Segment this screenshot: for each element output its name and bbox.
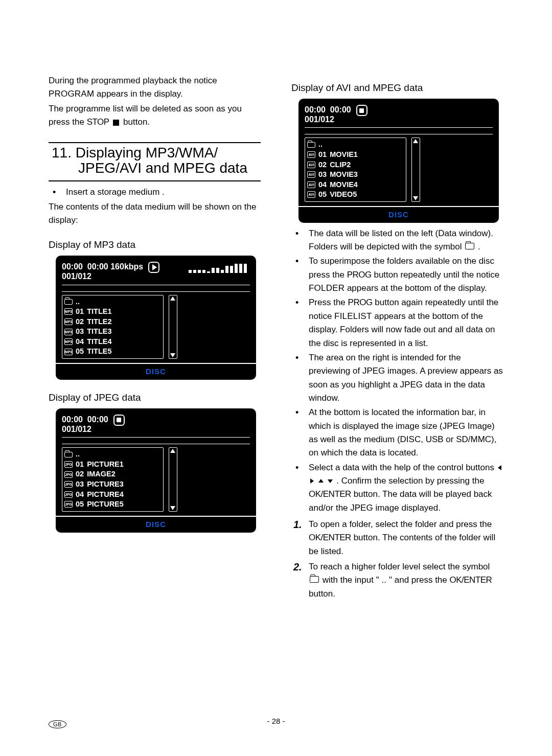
section-11-heading: 11. Displaying MP3/WMA/ JPEG/AVI and MPE… <box>49 142 261 181</box>
play-icon <box>148 262 159 273</box>
bullet-superimpose: To superimpose the folders available on … <box>291 255 503 295</box>
bullet-filelist: Press the PROG button again repeatedly u… <box>291 296 503 350</box>
file-index: 01 <box>76 460 84 470</box>
scroll-down-icon <box>413 196 418 200</box>
filetype-icon: JPG <box>64 461 73 468</box>
file-row: MP304TITLE4 <box>64 337 161 347</box>
file-row: MP302TITLE2 <box>64 317 161 327</box>
text: During the programmed playback the notic… <box>49 76 217 85</box>
filetype-icon: MP3 <box>64 329 73 335</box>
file-row: JPG01PICTURE1 <box>64 460 161 470</box>
bullet-select-data: Select a data with the help of the contr… <box>291 461 503 515</box>
bullet-data-listed: The data will be listed on the left (Dat… <box>291 227 503 254</box>
label-program: PROGRAM <box>49 89 94 99</box>
step-number: 2. <box>293 559 302 575</box>
folder-icon <box>310 576 319 583</box>
file-name: PICTURE5 <box>87 499 124 510</box>
file-list: ..MP301TITLE1MP302TITLE2MP303TITLE3MP304… <box>62 295 164 359</box>
filetype-icon: MP3 <box>64 308 73 315</box>
text: button repeatedly until the notice <box>374 270 499 280</box>
file-row: MP305TITLE5 <box>64 347 161 357</box>
contents-shown: The contents of the data medium will be … <box>49 200 261 227</box>
parent-folder-row: .. <box>64 297 161 307</box>
scroll-down-icon <box>170 506 175 510</box>
file-index: 03 <box>76 327 84 337</box>
osd-divider <box>62 437 250 444</box>
bullet-insert-medium: Insert a storage medium . <box>49 186 261 199</box>
osd-header-text: 00:00 00:00 001/012 <box>305 105 351 124</box>
text: Press the <box>309 297 348 307</box>
preview-area <box>182 295 250 359</box>
scroll-up-icon <box>413 139 418 143</box>
step-open-folder: 1. To open a folder, select the folder a… <box>291 518 503 558</box>
preview-area <box>425 138 493 201</box>
file-index: 02 <box>76 317 84 327</box>
text: To reach a higher folder level select th… <box>309 562 490 571</box>
file-name: IMAGE2 <box>87 469 116 479</box>
text: To open a folder, select the folder and … <box>309 519 492 529</box>
text: . <box>478 242 480 251</box>
file-name: VIDEO5 <box>330 190 357 200</box>
filetype-icon: AVI <box>307 171 315 178</box>
filetype-icon: MP3 <box>64 318 73 325</box>
preview-area <box>182 447 250 511</box>
intro-delete: The programme list will be deleted as so… <box>49 102 261 129</box>
filetype-icon: JPG <box>64 481 73 488</box>
file-row: AVI01MOVIE1 <box>307 150 404 160</box>
section-line-2: JPEG/AVI and MPEG data <box>49 161 261 175</box>
parent-label: .. <box>76 297 80 307</box>
file-row: AVI04MOVIE4 <box>307 180 404 190</box>
text: Select a data with the help of the contr… <box>309 463 497 472</box>
svg-marker-1 <box>310 478 314 484</box>
parent-folder-row: .. <box>307 140 404 150</box>
file-name: TITLE5 <box>87 347 111 357</box>
text: " and press the <box>389 575 450 585</box>
text: appears in the display. <box>97 89 183 99</box>
bullet-preview-area: The area on the right is intended for th… <box>291 351 503 405</box>
osd-footer: DISC <box>56 363 256 380</box>
section-number: 11. <box>52 145 72 161</box>
filetype-icon: JPG <box>64 501 73 508</box>
osd-header-text: 00:00 00:00 001/012 <box>62 415 108 434</box>
right-column: Display of AVI and MPEG data 00:00 00:00… <box>291 74 503 603</box>
filetype-icon: AVI <box>307 191 315 198</box>
file-index: 05 <box>318 190 327 200</box>
button-label-prog: PROG <box>347 270 372 280</box>
file-index: 04 <box>318 180 327 190</box>
scroll-up-icon <box>170 449 175 453</box>
text: button. <box>309 589 335 599</box>
file-index: 02 <box>318 160 327 170</box>
label-dotdot: .. <box>381 575 386 585</box>
parent-label: .. <box>318 140 323 150</box>
filetype-icon: AVI <box>307 162 315 168</box>
osd-avi: 00:00 00:00 001/012 ..AVI01MOVIE1AVI02CL… <box>298 99 499 223</box>
avi-subhead: Display of AVI and MPEG data <box>291 82 503 94</box>
svg-marker-3 <box>328 479 333 483</box>
parent-label: .. <box>76 449 80 460</box>
stop-square-icon <box>113 120 119 126</box>
mp3-subhead: Display of MP3 data <box>49 239 261 250</box>
file-name: MOVIE1 <box>330 150 358 160</box>
button-label-prog: PROG <box>348 297 373 307</box>
label-folder: FOLDER <box>309 283 344 293</box>
scroll-down-icon <box>170 353 175 357</box>
filetype-icon: AVI <box>307 151 315 158</box>
left-column: During the programmed playback the notic… <box>49 74 261 603</box>
section-line-1: Displaying MP3/WMA/ <box>76 145 218 161</box>
file-index: 05 <box>76 347 84 357</box>
file-name: MOVIE4 <box>330 180 358 190</box>
stop-icon <box>113 415 125 426</box>
file-index: 01 <box>76 307 84 317</box>
file-index: 03 <box>76 479 84 490</box>
osd-mp3: 00:00 00:00 160kbps 001/012 ..MP301TITLE… <box>56 256 256 380</box>
svg-marker-0 <box>498 465 501 470</box>
file-name: TITLE1 <box>87 307 111 317</box>
intro-programmed: During the programmed playback the notic… <box>49 74 261 101</box>
filetype-icon: MP3 <box>64 338 73 345</box>
file-name: TITLE3 <box>87 327 111 337</box>
file-name: CLIP2 <box>330 160 351 170</box>
filetype-icon: JPG <box>64 471 73 478</box>
scrollbar <box>169 447 177 511</box>
bullet-info-bar: At the bottom is located the information… <box>291 406 503 460</box>
osd-jpeg: 00:00 00:00 001/012 ..JPG01PICTURE1JPG02… <box>56 408 256 533</box>
